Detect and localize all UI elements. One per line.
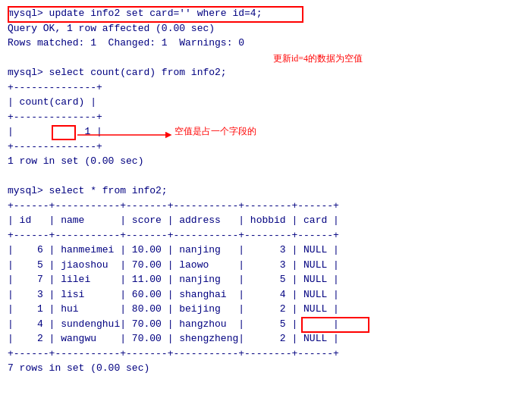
final-result-line: 7 rows in set (0.00 sec) [8, 361, 517, 376]
sql-select-all-command: mysql> select * from info2; [8, 183, 517, 199]
blank-line-2 [8, 169, 517, 184]
main-table-border-3: +------+-----------+-------+-----------+… [8, 346, 517, 362]
sql-select-count-command: mysql> select count(card) from info2; [8, 65, 517, 80]
table-header-count: | count(card) | [8, 95, 517, 110]
table-row-2: | 2 | wangwu | 70.00 | shengzheng| 2 | N… [8, 331, 517, 346]
arrow-count [77, 127, 176, 143]
main-table-header: | id | name | score | address | hobbid |… [8, 213, 517, 228]
rows-matched-line: Rows matched: 1 Changed: 1 Warnings: 0 [8, 36, 517, 51]
table-row-4: | 4 | sundenghui| 70.00 | hangzhou | 5 |… [8, 317, 517, 332]
table-border-1: +--------------+ [8, 80, 517, 96]
annotation-update-note: 更新id=4的数据为空值 [273, 52, 363, 65]
annotation-count-note: 空值是占一个字段的 [174, 124, 256, 138]
blank-line-3 [8, 376, 517, 391]
blank-line-1 [8, 51, 517, 66]
table-row-3: | 3 | lisi | 60.00 | shanghai | 4 | NULL… [8, 287, 517, 302]
table-row-7: | 7 | lilei | 11.00 | nanjing | 5 | NULL… [8, 272, 517, 287]
query-ok-line: Query OK, 1 row affected (0.00 sec) [8, 21, 517, 36]
table-row-6: | 6 | hanmeimei | 10.00 | nanjing | 3 | … [8, 243, 517, 258]
table-border-2: +--------------+ [8, 110, 517, 125]
terminal-window: mysql> update info2 set card='' where id… [8, 6, 517, 390]
table-row-5: | 5 | jiaoshou | 70.00 | laowo | 3 | NUL… [8, 258, 517, 273]
sql-update-command: mysql> update info2 set card='' where id… [8, 6, 262, 21]
count-result-line: 1 row in set (0.00 sec) [8, 154, 517, 169]
table-row-1: | 1 | hui | 80.00 | beijing | 2 | NULL | [8, 302, 517, 317]
main-table-border-2: +------+-----------+-------+-----------+… [8, 228, 517, 243]
main-table-border-1: +------+-----------+-------+-----------+… [8, 199, 517, 214]
